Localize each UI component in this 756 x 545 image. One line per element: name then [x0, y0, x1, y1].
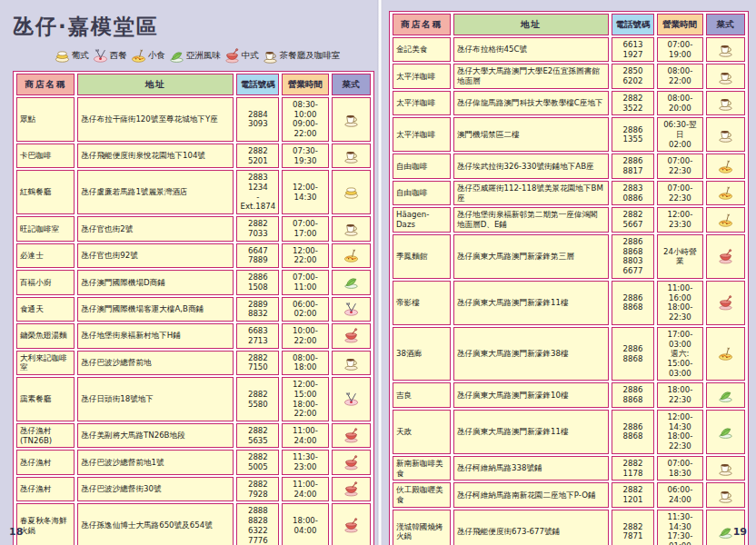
table-row: 帝影樓氹仔廣東大馬路澳門新濠鋒11樓2886 886811:00-16:00 1… — [393, 281, 745, 325]
legend-label: 亞洲風味 — [186, 50, 221, 62]
shop-name-cell: 旺記咖啡室 — [16, 216, 75, 241]
table-row: 38酒廊氹仔廣東大馬路澳門新濠鋒38樓2886 886817:00-03:00 … — [393, 327, 745, 382]
shop-name-cell: 春夏秋冬海鮮火鍋 — [16, 503, 75, 545]
cuisine-cell — [332, 377, 372, 421]
legend-item-asian: 亞洲風味 — [169, 48, 221, 64]
table-row: 自由咖啡氹仔埃武拉街326-330號街鋪地下AB座2886 881707:00-… — [393, 154, 745, 178]
hours-cell: 11:30-14:30 17:30-01:00 — [657, 510, 703, 545]
shop-name-cell: 金記美食 — [393, 37, 451, 62]
snack-icon — [717, 188, 734, 197]
hours-cell: 12:00-14:30 — [282, 170, 328, 214]
address-cell: 氹仔官也街2號 — [77, 216, 234, 241]
hours-cell: 11:30-23:00 — [282, 450, 328, 474]
snack-icon — [343, 251, 360, 260]
column-header-name: 商店名稱 — [16, 74, 75, 95]
hours-cell: 12:00-22:00 — [282, 243, 328, 268]
shop-name-cell: 太平洋咖啡 — [393, 64, 451, 88]
western-icon — [343, 304, 360, 313]
chinese-icon — [343, 458, 360, 467]
address-cell: 氹仔廣東大馬路澳門新濠鋒10樓 — [453, 382, 609, 407]
phone-cell: 2882 5667 — [612, 207, 654, 232]
shop-name-cell: 太平洋咖啡 — [393, 117, 451, 152]
table-row: 太平洋咖啡氹仔偉龍馬路澳門科技大學教學樓C座地下2882 352208:00-2… — [393, 91, 745, 115]
hours-cell: 11:00-24:00 — [282, 477, 328, 501]
cuisine-cell — [332, 243, 372, 268]
restaurant-table-left: 商店名稱地址電話號碼營業時間菜式眾點氹仔布拉干薩街120號至尊花城地下Y座288… — [13, 71, 374, 545]
shop-name-cell: 鏞榮魚翅湯麵 — [16, 323, 75, 348]
chinese-icon — [717, 298, 734, 307]
snack-icon — [131, 48, 146, 64]
portuguese-icon — [55, 48, 70, 64]
column-header-name: 商店名稱 — [393, 14, 451, 35]
phone-cell: 2882 7150 — [236, 351, 279, 375]
legend-label: 葡式 — [72, 50, 89, 62]
hours-cell: 08:00-20:00 — [657, 91, 703, 115]
coffee-icon — [343, 358, 360, 367]
cuisine-cell — [332, 450, 372, 474]
legend-item-chinese: 中式 — [224, 48, 259, 64]
cuisine-cell — [706, 327, 745, 382]
shop-name-cell: 吉良 — [393, 382, 451, 407]
phone-cell: 2882 1178 — [612, 456, 654, 481]
cuisine-cell — [332, 323, 372, 348]
hours-cell: 07:00-18:30 — [657, 456, 703, 481]
phone-cell: 6683 2713 — [236, 323, 279, 348]
column-header-phone: 電話號碼 — [612, 14, 654, 35]
asian-icon — [717, 427, 734, 436]
table-row: 吉良氹仔廣東大馬路澳門新濠鋒10樓2886 886818:00-22:30 — [393, 382, 745, 407]
address-cell: 氹仔澳門國際機場D商鋪 — [77, 270, 234, 294]
table-row: 大利來記咖啡室氹仔巴波沙總督前地2882 715008:00-18:00 — [16, 351, 371, 375]
coffee-icon — [717, 490, 734, 500]
legend-item-snack: 小食 — [131, 48, 165, 64]
cuisine-cell — [332, 97, 372, 142]
chinese-icon — [717, 252, 734, 261]
address-cell: 氹仔柯維納馬路南新花園二座地下P-O鋪 — [453, 482, 609, 507]
directory-spread: 氹仔·嘉模堂區 葡式西餐小食亞洲風味中式茶餐廳及咖啡室 商店名稱地址電話號碼營業… — [0, 0, 756, 545]
phone-cell: 2882 3522 — [612, 91, 654, 115]
cuisine-cell — [332, 170, 372, 214]
table-row: 紅鶴餐廳氹仔盧廉若馬路1號麗景灣酒店2883 1234 - Ext.187412… — [16, 170, 371, 214]
header-row: 商店名稱地址電話號碼營業時間菜式 — [393, 14, 745, 35]
table-row: 新南新咖啡美食氹仔柯維納馬路338號鋪2882 117807:00-18:30 — [393, 456, 745, 481]
cuisine-cell — [706, 281, 745, 325]
page-spine-divider — [377, 0, 383, 545]
cuisine-cell — [706, 207, 745, 232]
coffee-icon — [717, 45, 734, 54]
address-cell: 氹仔地堡街泉福新邨第二期第一座偉鴻閣地面層D、E鋪 — [453, 207, 609, 232]
coffee-icon — [717, 98, 734, 107]
cuisine-cell — [332, 423, 372, 448]
cuisine-legend: 葡式西餐小食亞洲風味中式茶餐廳及咖啡室 — [18, 48, 376, 64]
column-header-cuisine: 菜式 — [332, 74, 372, 95]
address-cell: 氹仔廣東大馬路澳門新濠鋒11樓 — [453, 281, 609, 325]
address-cell: 氹仔盧廉若馬路1號麗景灣酒店 — [77, 170, 234, 214]
column-header-hours: 營業時間 — [282, 74, 328, 95]
hours-cell: 18:00-22:30 — [657, 382, 703, 407]
hours-cell: 07:00-22:30 — [657, 154, 703, 178]
shop-name-cell: 氹仔漁村 — [16, 450, 75, 474]
phone-cell: 2884 3093 — [236, 97, 279, 142]
address-cell: 氹仔澳門國際機場客運大樓A,B商鋪 — [77, 297, 234, 322]
table-row: 卡巴咖啡氹仔飛能便度街泉悅花園地下104號2882 520107:30-19:3… — [16, 144, 371, 168]
address-cell: 氹仔地堡街泉福新村地下H鋪 — [77, 323, 234, 348]
table-row: 眾點氹仔布拉干薩街120號至尊花城地下Y座2884 309308:30-10:0… — [16, 97, 371, 142]
address-cell: 氹仔孫逸仙博士大馬路650號及654號 — [77, 503, 234, 545]
phone-cell: 2883 1234 - Ext.1874 — [236, 170, 279, 214]
cuisine-cell — [332, 144, 372, 168]
cuisine-cell — [706, 234, 745, 279]
shop-name-cell: 天政 — [393, 410, 451, 454]
table-row: 氹仔漁村(TN26B)氹仔美副將大馬路TN26B地段2882 563511:00… — [16, 423, 371, 448]
western-icon — [343, 394, 360, 403]
shop-name-cell: 自由咖啡 — [393, 181, 451, 205]
legend-label: 中式 — [242, 50, 259, 62]
address-cell: 氹仔柯維納馬路338號鋪 — [453, 456, 609, 481]
hours-cell: 07:00-22:30 — [657, 181, 703, 205]
column-header-cuisine: 菜式 — [706, 14, 745, 35]
shop-name-cell: 氹仔漁村(TN26B) — [16, 423, 75, 448]
hours-cell: 07:30-19:30 — [282, 144, 328, 168]
shop-name-cell: 大利來記咖啡室 — [16, 351, 75, 375]
shop-name-cell: 氹仔漁村 — [16, 477, 75, 501]
hours-cell: 06:00-24:00 — [657, 482, 703, 507]
shop-name-cell: 伙工殿咖喱美食 — [393, 482, 451, 507]
phone-cell: 6647 7889 — [236, 243, 279, 268]
cuisine-cell — [706, 410, 745, 454]
